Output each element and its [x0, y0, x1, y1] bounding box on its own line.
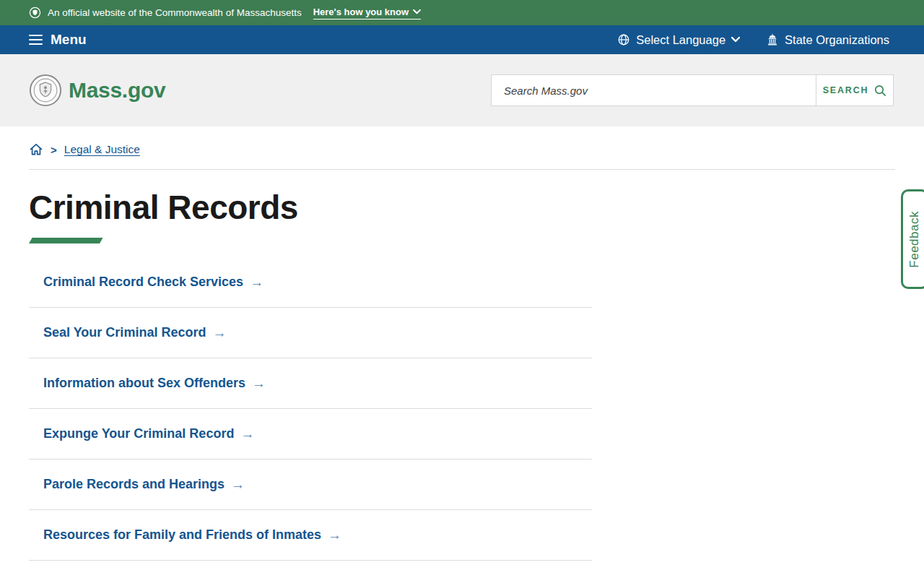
- arrow-right-icon: →: [250, 275, 263, 290]
- menubar-utilities: Select Language State Organizations: [617, 33, 889, 47]
- massgov-logo[interactable]: Mass.gov: [29, 74, 165, 107]
- official-banner: An official website of the Commonwealth …: [0, 0, 924, 25]
- title-accent-bar: [29, 238, 103, 243]
- feedback-label: Feedback: [907, 211, 922, 268]
- select-language-dropdown[interactable]: Select Language: [617, 33, 740, 47]
- topic-link-expunge-your-criminal-record[interactable]: Expunge Your Criminal Record: [43, 426, 234, 441]
- list-item: Criminal Record Check Services →: [29, 257, 592, 308]
- arrow-right-icon: →: [212, 325, 226, 341]
- list-item: Seal Your Criminal Record →: [29, 308, 592, 358]
- heres-how-you-know-label: Here's how you know: [313, 7, 409, 17]
- list-item: Expunge Your Criminal Record →: [29, 409, 592, 460]
- hamburger-icon: [29, 35, 43, 46]
- list-item: Resources for Family and Friends of Inma…: [29, 510, 592, 561]
- globe-icon: [617, 33, 630, 46]
- chevron-down-icon: [413, 9, 421, 14]
- topic-link-resources-for-family-and-friends-of-inmates[interactable]: Resources for Family and Friends of Inma…: [43, 527, 321, 543]
- search-input[interactable]: [491, 74, 816, 106]
- main-navigation-bar: Menu Select Language: [0, 25, 924, 54]
- arrow-right-icon: →: [252, 376, 266, 392]
- page-title: Criminal Records: [29, 188, 895, 227]
- topic-link-list: Criminal Record Check Services → Seal Yo…: [29, 257, 592, 578]
- site-header: Mass.gov SEARCH: [0, 54, 924, 126]
- state-organizations-link[interactable]: State Organizations: [766, 33, 889, 47]
- list-item: Information about Sex Offenders →: [29, 358, 592, 409]
- state-seal-icon: [29, 7, 41, 19]
- magnifier-icon: [874, 85, 886, 97]
- state-organizations-label: State Organizations: [785, 33, 889, 47]
- topic-link-seal-your-criminal-record[interactable]: Seal Your Criminal Record: [43, 325, 206, 340]
- chevron-down-icon: [731, 37, 740, 43]
- search-bar: SEARCH: [491, 74, 894, 106]
- breadcrumb-divider: [29, 169, 895, 170]
- capitol-building-icon: [766, 33, 779, 46]
- home-icon[interactable]: [29, 142, 43, 157]
- breadcrumb-link-legal-justice[interactable]: Legal & Justice: [64, 143, 140, 156]
- official-banner-text: An official website of the Commonwealth …: [48, 7, 302, 18]
- breadcrumb: > Legal & Justice: [29, 141, 895, 158]
- search-button[interactable]: SEARCH: [816, 74, 894, 106]
- select-language-label: Select Language: [636, 33, 725, 47]
- heres-how-you-know-toggle[interactable]: Here's how you know: [313, 7, 421, 20]
- arrow-right-icon: →: [240, 426, 254, 442]
- arrow-right-icon: →: [328, 527, 341, 543]
- topic-link-information-about-sex-offenders[interactable]: Information about Sex Offenders: [43, 376, 245, 391]
- menu-label: Menu: [51, 32, 87, 48]
- menu-button[interactable]: Menu: [29, 32, 87, 48]
- feedback-button[interactable]: Feedback: [901, 189, 924, 289]
- arrow-right-icon: →: [231, 477, 245, 493]
- breadcrumb-separator: >: [51, 144, 57, 156]
- state-seal-logo-icon: [29, 74, 62, 107]
- topic-link-criminal-record-check-services[interactable]: Criminal Record Check Services: [43, 275, 243, 290]
- search-button-label: SEARCH: [823, 85, 869, 95]
- list-item: Parole Records and Hearings →: [29, 460, 592, 510]
- list-item: Research Statistics and Reports →: [29, 561, 592, 578]
- site-name: Mass.gov: [69, 78, 165, 103]
- main-content: > Legal & Justice Criminal Records Crimi…: [0, 141, 924, 578]
- topic-link-parole-records-and-hearings[interactable]: Parole Records and Hearings: [43, 477, 225, 492]
